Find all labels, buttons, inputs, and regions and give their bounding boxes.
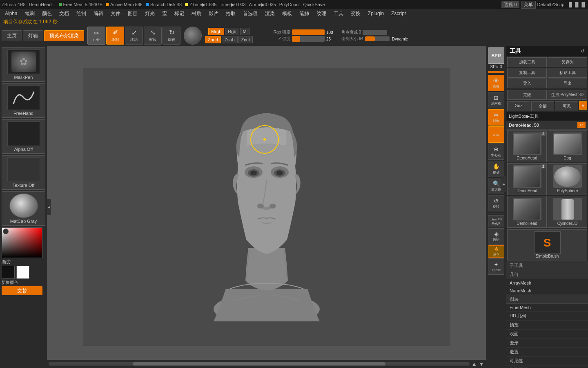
menu-zplugin[interactable]: Zplugin [365,10,387,17]
menu-edit[interactable]: 编辑 [90,9,107,18]
transparent-btn[interactable]: ◈ 透明 [488,228,504,245]
rgb-btn[interactable]: Rgb [225,28,239,35]
all-btn[interactable]: 全部 [531,101,555,111]
menu-transform[interactable]: 变换 [347,9,364,18]
alpha-card[interactable]: Alpha Off [2,119,45,154]
visibility-item[interactable]: 可见性 [506,357,588,366]
menu-stroke[interactable]: 笔触 [296,9,312,18]
view-btn[interactable]: 👁 透视 [488,75,504,91]
menu-btn[interactable]: 菜单 [521,1,536,9]
zsub-btn[interactable]: Zsub [222,36,237,43]
visible-btn[interactable]: 可见 [555,101,578,111]
move-rt-btn[interactable]: ✋ 移动 [488,161,504,177]
goz-btn[interactable]: GoZ [507,101,530,111]
poly-group-item[interactable]: 多边形组 [506,366,588,368]
array-mesh-item[interactable]: ArrayMesh [506,279,588,287]
rotate-btn[interactable]: ↻ 旋转 [163,27,180,45]
save-tool-btn[interactable]: 另存为 [548,57,587,67]
rgb-intensity-slider[interactable] [292,29,325,35]
black-swatch[interactable] [2,266,15,279]
layers-header[interactable]: 图层 [506,295,588,304]
menu-macro[interactable]: 宏 [159,9,170,18]
matcap-card[interactable]: MatCap Gray [2,191,45,226]
menu-texture[interactable]: 纹理 [313,9,330,18]
current-tool-r-btn[interactable]: R [577,122,586,128]
focal-slider[interactable] [363,30,387,35]
menu-movie[interactable]: 影片 [205,9,222,18]
menu-pickup[interactable]: 拾取 [223,9,239,18]
menu-doc[interactable]: 文档 [56,9,72,18]
menu-color[interactable]: 颜色 [39,9,55,18]
clone-btn[interactable]: 克隆 [507,90,547,100]
xpose-btn[interactable]: ✦ Xpose [488,258,504,275]
preview-tab[interactable]: 预览布尔渲染 [44,30,84,41]
tool-item-polysphere[interactable]: PolySphere [548,163,587,195]
brush-preview[interactable] [184,27,202,45]
menu-mark[interactable]: 标记 [171,9,187,18]
menu-file[interactable]: 文件 [107,9,124,18]
geometry-header[interactable]: 几何 [506,270,588,279]
hd-geo-item[interactable]: HD 几何 [506,312,588,321]
freehand-brush[interactable]: FreeHand [2,83,45,118]
menu-layer[interactable]: 图层 [125,9,141,18]
menu-template[interactable]: 模板 [279,9,295,18]
tool-item-demohead-3[interactable]: DemoHead [507,196,547,228]
simple-brush-item[interactable]: S SimpleBrush [507,229,587,260]
mrgb-btn[interactable]: Mrgb [208,28,224,35]
h-scrollbar-track[interactable] [49,362,470,366]
symmetry-btn[interactable]: ⇔ 对称 [488,109,504,126]
lightbox-tab[interactable]: 灯箱 [23,30,43,41]
draw-size-slider[interactable] [365,36,390,41]
dynamic-rt-btn[interactable]: 🧍 竖立 [488,245,504,258]
paste-tool-btn[interactable]: 粘贴工具 [548,68,587,78]
bpr-btn[interactable]: BPR [488,47,504,64]
right-collapse-arrow[interactable]: ► [501,176,506,192]
draw-btn[interactable]: ✐ 绘制 [106,27,124,45]
load-tool-btn[interactable]: 加载工具 [507,57,547,67]
scroll-down-arrow[interactable]: ▼ [479,361,484,367]
r-btn[interactable]: R [579,101,587,110]
subtool-header[interactable]: 子工具 [506,261,588,270]
rotate-rt-btn[interactable]: ↺ 旋转 [488,195,504,211]
nano-mesh-item[interactable]: NanoMesh [506,287,588,295]
scroll-up-arrow[interactable]: ▲ [471,361,477,367]
mask-pen-brush[interactable]: ✿ MaskPen [2,47,45,82]
preview-item[interactable]: 预览 [506,321,588,330]
lightbox-label[interactable]: LightBox▶工具 [506,112,588,121]
morph-item[interactable]: 变形 [506,339,588,348]
copy-tool-btn[interactable]: 复制工具 [507,68,547,78]
dynamic-btn[interactable]: Dynamic [392,37,408,41]
menu-zscript[interactable]: Zscript [388,10,409,17]
make-poly-btn[interactable]: 生成 PolyMesh3D [548,90,587,100]
menu-light[interactable]: 灯光 [142,9,158,18]
import-btn[interactable]: 导入 [507,79,547,88]
texture-card[interactable]: Texture Off [2,155,45,190]
menu-draw[interactable]: 绘制 [73,9,89,18]
z-intensity-slider[interactable] [292,36,325,42]
zcut-btn[interactable]: Zcut [238,36,253,43]
scale-btn[interactable]: ⤡ 缩放 [144,27,162,45]
menu-prefs[interactable]: 首选项 [240,9,261,18]
text-btn[interactable]: 文替 [2,286,42,295]
export-btn[interactable]: 导出 [548,79,587,88]
grid-btn[interactable]: ⊞ 地网格 [488,92,504,108]
zadd-btn[interactable]: Zadd [205,36,221,43]
menu-brush[interactable]: 笔刷 [22,9,38,18]
canvas-area[interactable]: ◄ [47,46,486,368]
quick-save-btn[interactable]: QuickSave [303,2,325,7]
tool-item-demohead-2[interactable]: 2 DemoHead [507,163,547,195]
center-btn[interactable]: ⊕ 中心点 [488,144,504,160]
linefill-btn[interactable]: Line Fill PolyF [488,215,504,227]
menu-tool[interactable]: 工具 [330,9,347,18]
home-tab[interactable]: 主页 [2,30,22,41]
color-gradient[interactable] [2,227,42,258]
fiber-mesh-item[interactable]: FiberMesh [506,304,588,312]
refresh-icon[interactable]: ↺ [581,48,585,54]
m-btn[interactable]: M [240,28,249,35]
xyz-btn[interactable]: XYZ [488,126,504,143]
menu-material[interactable]: 材质 [188,9,205,18]
surface-item[interactable]: 表面 [506,330,588,339]
tool-item-demohead-1[interactable]: 2 DemoHead [507,130,547,162]
menu-alpha[interactable]: Alpha [2,10,21,17]
move-btn[interactable]: ⤢ 移动 [125,27,143,45]
